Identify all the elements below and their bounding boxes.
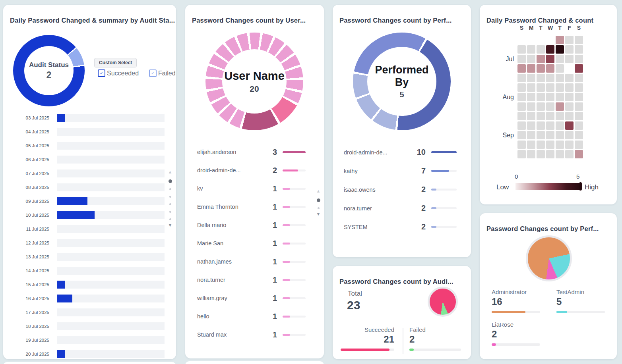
list-item[interactable]: Stuard max1 xyxy=(197,325,306,344)
heatmap-cell[interactable] xyxy=(575,55,583,63)
list-item[interactable]: hello1 xyxy=(197,307,306,325)
heatmap-cell[interactable] xyxy=(556,112,564,120)
heatmap-cell[interactable] xyxy=(546,64,554,73)
user-name-donut[interactable]: User Name 20 xyxy=(205,33,303,130)
heatmap-cell[interactable] xyxy=(575,112,583,120)
list-item[interactable]: droid-admin-de...2 xyxy=(197,161,306,179)
heatmap-cell[interactable] xyxy=(546,121,554,130)
audit-status-donut[interactable]: Audit Status 2 xyxy=(13,35,85,106)
heatmap-cell[interactable] xyxy=(537,150,545,158)
heatmap-cell[interactable] xyxy=(546,102,554,111)
list-item[interactable]: isaac.owens2 xyxy=(344,180,457,199)
performed-by-donut[interactable]: Performed By 5 xyxy=(353,33,451,130)
bar-row[interactable]: 08 Jul 2025 xyxy=(11,180,165,194)
bar-row[interactable]: 18 Jul 2025 xyxy=(11,319,165,333)
heatmap-cell[interactable] xyxy=(556,74,564,82)
heatmap-cell[interactable] xyxy=(565,141,574,149)
list-item[interactable]: SYSTEM2 xyxy=(344,218,457,236)
heatmap-cell[interactable] xyxy=(537,45,545,54)
heatmap-cell[interactable] xyxy=(517,93,526,101)
heatmap-cell[interactable] xyxy=(546,83,554,92)
bar-row[interactable]: 14 Jul 2025 xyxy=(11,264,165,277)
heatmap-cell[interactable] xyxy=(565,93,574,101)
bar-row[interactable]: 04 Jul 2025 xyxy=(11,125,165,139)
pager-up-icon[interactable]: ▲ xyxy=(168,170,172,174)
heatmap-cell[interactable] xyxy=(575,93,583,101)
heatmap-cell[interactable] xyxy=(537,64,545,73)
pager-dot[interactable] xyxy=(169,188,171,190)
bar-row[interactable]: 10 Jul 2025 xyxy=(11,208,165,222)
heatmap-cell[interactable] xyxy=(527,131,535,139)
bar-row[interactable]: 19 Jul 2025 xyxy=(11,333,165,347)
heatmap-cell[interactable] xyxy=(575,74,583,82)
heatmap-cell[interactable] xyxy=(527,55,535,63)
heatmap-cell[interactable] xyxy=(556,131,564,139)
heatmap-cell[interactable] xyxy=(575,83,583,92)
heatmap-cell[interactable] xyxy=(565,131,574,139)
heatmap-cell[interactable] xyxy=(537,74,545,82)
heatmap-cell[interactable] xyxy=(575,141,583,149)
heatmap-cell[interactable] xyxy=(556,83,564,92)
heatmap-cell[interactable] xyxy=(575,64,583,73)
heatmap-cell[interactable] xyxy=(517,74,526,82)
pager-up-icon[interactable]: ▲ xyxy=(316,189,321,193)
heatmap-cell[interactable] xyxy=(517,102,526,111)
list-item[interactable]: Della mario1 xyxy=(197,216,306,234)
heatmap-cell[interactable] xyxy=(517,55,526,63)
heatmap-cell[interactable] xyxy=(556,141,564,149)
list-item[interactable]: elijah.anderson3 xyxy=(197,143,306,161)
heatmap-cell[interactable] xyxy=(575,121,583,130)
bar-row[interactable]: 11 Jul 2025 xyxy=(11,222,165,236)
bar-row[interactable]: 07 Jul 2025 xyxy=(11,166,165,180)
heatmap-cell[interactable] xyxy=(546,55,554,63)
heatmap-cell[interactable] xyxy=(575,131,583,139)
heatmap-cell[interactable] xyxy=(575,36,583,44)
heatmap-cell[interactable] xyxy=(527,150,535,158)
heatmap-cell[interactable] xyxy=(517,83,526,92)
heatmap-cell[interactable] xyxy=(537,102,545,111)
heatmap-cell[interactable] xyxy=(546,150,554,158)
heatmap-cell[interactable] xyxy=(556,45,564,54)
heatmap-cell[interactable] xyxy=(517,45,526,54)
heatmap-cell[interactable] xyxy=(517,131,526,139)
pager-dot[interactable] xyxy=(169,196,171,198)
heatmap-cell[interactable] xyxy=(537,131,545,139)
bar-row[interactable]: 05 Jul 2025 xyxy=(11,139,165,152)
pager-down-icon[interactable]: ▼ xyxy=(316,212,321,216)
checkbox-failed[interactable]: ✓Failed xyxy=(149,69,176,77)
heatmap-cell[interactable] xyxy=(565,74,574,82)
pager-active-dot[interactable] xyxy=(169,179,172,183)
custom-select-button[interactable]: Custom Select xyxy=(94,58,137,67)
heatmap-cell[interactable] xyxy=(527,45,535,54)
heatmap-cell[interactable] xyxy=(556,121,564,130)
heatmap-cell[interactable] xyxy=(556,36,564,44)
checkbox-succeeded[interactable]: ✓Succeeded xyxy=(98,69,139,77)
pager-down-icon[interactable]: ▼ xyxy=(168,223,172,227)
heatmap-cell[interactable] xyxy=(527,102,535,111)
heatmap-cell[interactable] xyxy=(546,131,554,139)
heatmap-cell[interactable] xyxy=(556,64,564,73)
pager-dot[interactable] xyxy=(169,218,171,220)
heatmap-cell[interactable] xyxy=(537,112,545,120)
heatmap-cell[interactable] xyxy=(517,121,526,130)
heatmap-cell[interactable] xyxy=(546,93,554,101)
pager-dot[interactable] xyxy=(169,203,171,205)
heatmap-cell[interactable] xyxy=(537,121,545,130)
heatmap-cell[interactable] xyxy=(556,102,564,111)
heatmap-cell[interactable] xyxy=(556,55,564,63)
heatmap-cell[interactable] xyxy=(546,112,554,120)
list-item[interactable]: droid-admin-de...10 xyxy=(344,143,457,162)
list-item[interactable]: nora.turner2 xyxy=(344,199,457,218)
heatmap-cell[interactable] xyxy=(527,112,535,120)
heatmap-cell[interactable] xyxy=(565,102,574,111)
bar-row[interactable]: 12 Jul 2025 xyxy=(11,236,165,250)
bar-row[interactable]: 06 Jul 2025 xyxy=(11,152,165,166)
bar-row[interactable]: 17 Jul 2025 xyxy=(11,305,165,319)
heatmap-cell[interactable] xyxy=(575,102,583,111)
list-item[interactable]: nora.turner1 xyxy=(197,271,306,289)
heatmap-cell[interactable] xyxy=(527,74,535,82)
list-item[interactable]: kathy7 xyxy=(344,162,457,180)
pager-dot[interactable] xyxy=(318,207,320,209)
performed-by-pie[interactable] xyxy=(526,235,572,281)
heatmap-cell[interactable] xyxy=(575,150,583,158)
